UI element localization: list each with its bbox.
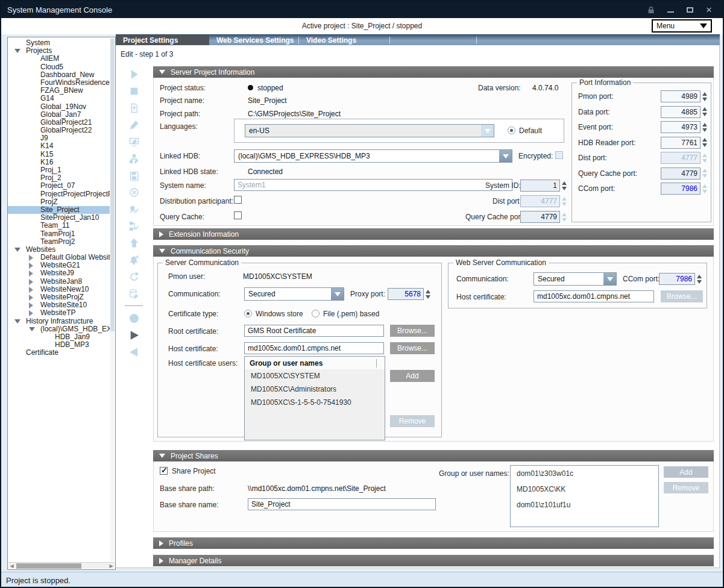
tree-item[interactable]: J9 <box>8 134 110 142</box>
proxy-port-spinner[interactable]: 5678 <box>388 288 430 300</box>
spin-down-icon[interactable] <box>702 190 707 193</box>
host-certificate-users-list[interactable]: Group or user names MD1005XC\SYSTEMMD100… <box>244 356 385 440</box>
close-button[interactable]: ✕ <box>705 5 713 14</box>
spin-up-icon[interactable] <box>702 123 707 127</box>
tree-item[interactable]: WebsiteTP <box>8 309 110 317</box>
host-certificate-input[interactable]: md1005xc.dom01.cmpns.net <box>244 342 384 354</box>
certificate-user-item[interactable]: MD1005XC\Administrators <box>245 383 385 396</box>
tree-item[interactable]: HDB_Jan9 <box>8 333 110 341</box>
scrollbar-thumb[interactable] <box>16 563 81 569</box>
tree-item[interactable]: ProjZ <box>8 198 110 206</box>
share-users-list[interactable]: dom01\z303w01cMD1005XC\KKdom01\z101uf1u <box>510 465 659 527</box>
spin-down-icon[interactable] <box>702 98 707 101</box>
linked-hdb-combobox[interactable]: (local)\GMS_HDB_EXPRESS\HDB_MP3 <box>234 149 512 163</box>
tree-item[interactable]: Default Global Website <box>8 254 110 261</box>
tree-vertical-scrollbar[interactable] <box>110 39 115 561</box>
minimize-button[interactable] <box>666 5 675 14</box>
section-header-server-project-information[interactable]: Server Project Information <box>153 66 714 78</box>
tab-project-settings[interactable]: Project Settings <box>116 35 209 45</box>
tree-item[interactable]: K14 <box>8 142 110 150</box>
spin-up-icon[interactable] <box>702 184 707 188</box>
system-id-spinner[interactable]: 1 <box>520 180 567 192</box>
combo-arrow-icon[interactable] <box>603 273 616 285</box>
tree-item[interactable]: System <box>8 39 110 47</box>
root-certificate-browse-button[interactable]: Browse... <box>390 325 435 337</box>
dist-port-spinner[interactable]: 4777 <box>520 195 567 207</box>
tree-item[interactable]: Proj_1 <box>8 166 110 174</box>
start-button[interactable] <box>120 66 148 83</box>
query-cache-checkbox[interactable] <box>234 211 242 219</box>
spin-down-icon[interactable] <box>702 143 707 147</box>
language-combobox[interactable]: en-US <box>245 124 494 137</box>
tree-item[interactable]: Proj_2 <box>8 174 110 182</box>
share-user-item[interactable]: MD1005XC\KK <box>511 481 658 497</box>
back-button[interactable] <box>120 343 148 360</box>
users-add-button[interactable]: Add <box>390 370 435 382</box>
spin-down-icon[interactable] <box>702 174 707 178</box>
spin-up-icon[interactable] <box>702 138 707 142</box>
windows-store-radio[interactable] <box>244 310 252 317</box>
scroll-left-icon[interactable]: ◀ <box>9 563 14 569</box>
spin-up-icon[interactable] <box>702 107 707 111</box>
refresh-button[interactable] <box>120 268 148 285</box>
dist-port-spinner[interactable]: 4777 <box>661 152 707 164</box>
upload-button[interactable] <box>120 234 148 251</box>
tree-item[interactable]: WebsiteJ9 <box>8 269 110 277</box>
tree-item[interactable]: AllEM <box>8 55 110 63</box>
tree-item[interactable]: FZAG_BNew <box>8 87 110 95</box>
edit-database-button[interactable] <box>120 285 148 302</box>
section-header-extension-information[interactable]: Extension Information <box>153 228 714 240</box>
tree-item[interactable]: TeamProj1 <box>8 230 110 238</box>
hdb-reader-port-spinner[interactable]: 7761 <box>661 137 707 149</box>
scroll-right-icon[interactable]: ▶ <box>109 563 114 569</box>
tree-item[interactable]: Certificate <box>8 349 110 357</box>
web-host-certificate-browse-button[interactable]: Browse... <box>661 290 703 302</box>
tree-expand-icon[interactable] <box>29 295 33 301</box>
tree-collapse-icon[interactable] <box>14 248 20 252</box>
section-header-project-shares[interactable]: Project Shares <box>153 450 714 461</box>
tree-item[interactable]: (local)\GMS_HDB_EXPRESS <box>8 325 110 333</box>
tree-expand-icon[interactable] <box>29 310 33 316</box>
root-certificate-input[interactable]: GMS Root Certificate <box>244 325 384 337</box>
spin-down-icon[interactable] <box>702 113 707 116</box>
stop-button[interactable] <box>120 83 148 99</box>
tree-expand-icon[interactable] <box>29 287 33 293</box>
tree-item[interactable]: WebsiteSite10 <box>8 301 110 309</box>
tree-item[interactable]: WebsiteJan8 <box>8 278 110 286</box>
tree-horizontal-scrollbar[interactable]: ◀ ▶ <box>8 562 115 569</box>
encrypted-checkbox[interactable] <box>555 151 563 159</box>
data-port-spinner[interactable]: 4885 <box>661 106 707 118</box>
share-user-item[interactable]: dom01\z303w01c <box>511 466 658 481</box>
tree-item[interactable]: Site_Project <box>8 206 110 214</box>
validate-network-button[interactable] <box>120 217 148 234</box>
edit-button[interactable] <box>120 116 148 133</box>
tree-collapse-icon[interactable] <box>14 49 20 53</box>
tree-expand-icon[interactable] <box>29 271 33 277</box>
cancel-button[interactable] <box>120 184 148 201</box>
tree-item[interactable]: Project_07 <box>8 182 110 190</box>
tree-expand-icon[interactable] <box>29 263 33 269</box>
spin-up-icon[interactable] <box>702 169 707 172</box>
tree-expand-icon[interactable] <box>29 302 33 308</box>
share-project-checkbox[interactable] <box>160 467 168 475</box>
maximize-button[interactable] <box>685 5 694 14</box>
spin-down-icon[interactable] <box>702 159 707 163</box>
tree-item[interactable]: HDB_MP3 <box>8 341 110 349</box>
share-user-item[interactable]: dom01\z101uf1u <box>511 497 658 513</box>
tree-item[interactable]: Cloud5 <box>8 63 110 71</box>
ccom-port-spinner[interactable]: 7986 <box>661 183 707 195</box>
tree-item[interactable]: ProjectProjectProjectProje <box>8 190 110 198</box>
tree-item[interactable]: TeamProj2 <box>8 238 110 246</box>
section-header-manager-details[interactable]: Manager Details <box>153 555 714 566</box>
tree-item[interactable]: History Infrastructure <box>8 317 110 325</box>
tree-item[interactable]: G14 <box>8 95 110 102</box>
tree-item[interactable]: Projects <box>8 47 110 55</box>
distribution-participant-checkbox[interactable] <box>234 196 242 204</box>
file-pem-radio[interactable] <box>312 310 320 317</box>
combo-arrow-icon[interactable] <box>499 150 512 162</box>
combo-arrow-icon[interactable] <box>331 288 344 300</box>
edit-network-button[interactable] <box>120 150 148 167</box>
spin-down-icon[interactable] <box>702 128 707 132</box>
query-cache-port-spinner[interactable]: 4779 <box>661 167 707 180</box>
query-cache-port-spinner[interactable]: 4779 <box>520 211 567 223</box>
